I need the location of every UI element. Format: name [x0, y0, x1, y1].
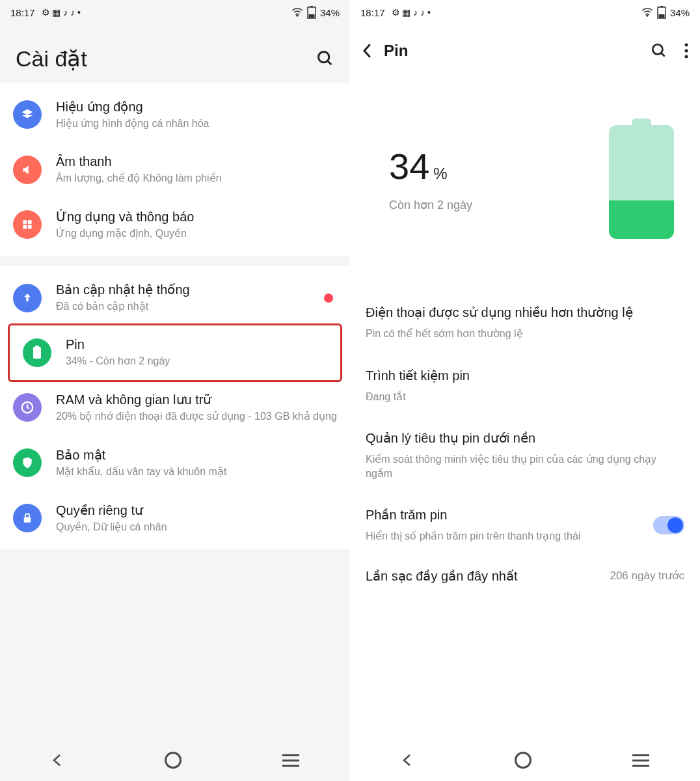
- settings-item-apps[interactable]: Ứng dụng và thông báo Ứng dụng mặc định,…: [0, 197, 350, 253]
- item-title: Quản lý tiêu thụ pin dưới nền: [366, 430, 684, 447]
- settings-item-sound[interactable]: Âm thanh Âm lượng, chế độ Không làm phiề…: [0, 143, 350, 197]
- item-sub: Đang tắt: [366, 390, 684, 404]
- item-title: Quyền riêng tư: [56, 502, 337, 518]
- back-button[interactable]: [362, 43, 372, 59]
- battery-header: Pin: [350, 25, 700, 66]
- item-sub: Âm lượng, chế độ Không làm phiền: [56, 172, 337, 185]
- item-sub: 20% bộ nhớ điện thoại đã được sử dụng - …: [56, 410, 337, 424]
- item-title: Trình tiết kiệm pin: [366, 367, 684, 385]
- toggle-percent[interactable]: [653, 516, 684, 534]
- svg-rect-12: [24, 517, 31, 522]
- more-icon[interactable]: [684, 42, 688, 59]
- battery-summary: 34% Còn hơn 2 ngày: [350, 66, 700, 291]
- settings-item-battery[interactable]: Pin 34% - Còn hơn 2 ngày: [10, 325, 340, 380]
- page-title: Pin: [384, 42, 408, 60]
- item-title: Hiệu ứng động: [56, 99, 337, 115]
- battery-item-saver[interactable]: Trình tiết kiệm pin Đang tắt: [350, 354, 700, 417]
- settings-screen: 18:17 ⚙ ▦ ♪ ♪ • 34% Cài đặt Hiệu: [0, 0, 350, 781]
- page-title: Cài đặt: [16, 46, 87, 72]
- item-title: Bảo mật: [56, 447, 337, 463]
- item-sub: Ứng dụng mặc định, Quyền: [56, 227, 337, 241]
- settings-item-animation[interactable]: Hiệu ứng động Hiệu ứng hình động cá nhân…: [0, 87, 350, 143]
- lock-icon: [13, 504, 42, 532]
- nav-home-button[interactable]: [515, 752, 532, 769]
- highlight-annotation: Pin 34% - Còn hơn 2 ngày: [8, 323, 342, 382]
- item-title: RAM và không gian lưu trữ: [56, 392, 337, 407]
- settings-item-security[interactable]: Bảo mật Mật khẩu, dấu vân tay và khuôn m…: [0, 435, 350, 491]
- settings-list[interactable]: Hiệu ứng động Hiệu ứng hình động cá nhân…: [0, 83, 350, 781]
- svg-rect-5: [23, 220, 27, 224]
- battery-graphic: [609, 118, 674, 239]
- battery-screen: 18:17 ⚙ ▦ ♪ ♪ • 34% Pin: [350, 0, 700, 781]
- svg-point-3: [319, 52, 329, 62]
- battery-icon: [307, 6, 316, 19]
- item-sub: Hiệu ứng hình động cá nhân hóa: [56, 117, 337, 131]
- item-title: Lần sạc đầy gần đây nhất: [366, 568, 517, 584]
- shield-icon: [13, 448, 42, 477]
- item-title: Điện thoại được sử dụng nhiều hơn thường…: [366, 304, 684, 322]
- battery-item-background[interactable]: Quản lý tiêu thụ pin dưới nền Kiểm soát …: [350, 417, 700, 493]
- status-left-icons: ⚙ ▦ ♪ ♪ •: [392, 7, 431, 18]
- item-sub: Mật khẩu, dấu vân tay và khuôn mặt: [56, 465, 337, 479]
- svg-rect-8: [28, 225, 32, 229]
- svg-rect-10: [33, 347, 41, 359]
- search-icon[interactable]: [651, 42, 667, 59]
- item-sub: Kiểm soát thông minh việc tiêu thụ pin c…: [366, 452, 684, 480]
- item-sub: Quyền, Dữ liệu cá nhân: [56, 521, 337, 534]
- status-time: 18:17: [360, 7, 385, 18]
- clock-icon: [13, 393, 42, 422]
- item-title: Phần trăm pin: [366, 506, 580, 524]
- nav-back-button[interactable]: [401, 754, 414, 767]
- svg-rect-2: [308, 14, 314, 18]
- notification-badge: [324, 294, 333, 303]
- svg-point-18: [685, 44, 688, 47]
- battery-item-last-charge[interactable]: Lần sạc đầy gần đây nhất 206 ngày trước: [350, 556, 700, 596]
- svg-point-20: [685, 55, 688, 59]
- update-icon: [13, 284, 42, 312]
- speaker-icon: [13, 156, 42, 184]
- item-title: Âm thanh: [56, 154, 337, 169]
- status-battery-text: 34%: [320, 7, 340, 18]
- svg-line-17: [661, 53, 664, 56]
- item-sub: Hiển thị số phần trăm pin trên thanh trạ…: [366, 529, 580, 543]
- settings-item-update[interactable]: Bản cập nhật hệ thống Đã có bản cập nhật: [0, 270, 350, 325]
- item-value: 206 ngày trước: [610, 569, 684, 582]
- nav-home-button[interactable]: [165, 752, 182, 769]
- item-title: Pin: [66, 337, 327, 352]
- nav-bar: [350, 739, 700, 781]
- wifi-icon: [291, 8, 303, 17]
- status-bar: 18:17 ⚙ ▦ ♪ ♪ • 34%: [350, 0, 700, 25]
- apps-icon: [13, 210, 42, 239]
- percent-sign: %: [433, 165, 447, 182]
- item-sub: 34% - Còn hơn 2 ngày: [66, 355, 327, 368]
- svg-rect-7: [23, 225, 27, 229]
- svg-line-4: [328, 61, 332, 65]
- search-icon[interactable]: [316, 49, 334, 68]
- svg-rect-15: [658, 14, 664, 18]
- settings-item-storage[interactable]: RAM và không gian lưu trữ 20% bộ nhớ điệ…: [0, 380, 350, 435]
- nav-recent-button[interactable]: [282, 754, 299, 767]
- svg-point-16: [653, 44, 662, 54]
- nav-bar: [0, 739, 350, 781]
- nav-back-button[interactable]: [51, 754, 64, 767]
- status-left-icons: ⚙ ▦ ♪ ♪ •: [42, 7, 81, 18]
- svg-rect-9: [35, 346, 39, 347]
- battery-icon: [657, 6, 666, 19]
- battery-item-percent[interactable]: Phần trăm pin Hiển thị số phần trăm pin …: [350, 493, 700, 556]
- battery-item-usage-warning[interactable]: Điện thoại được sử dụng nhiều hơn thường…: [350, 291, 700, 354]
- status-bar: 18:17 ⚙ ▦ ♪ ♪ • 34%: [0, 0, 350, 25]
- layers-icon: [13, 100, 42, 129]
- settings-header: Cài đặt: [0, 25, 350, 83]
- settings-item-privacy[interactable]: Quyền riêng tư Quyền, Dữ liệu cá nhân: [0, 491, 350, 546]
- battery-options-list[interactable]: Điện thoại được sử dụng nhiều hơn thường…: [350, 291, 700, 781]
- item-sub: Đã có bản cập nhật: [56, 300, 310, 314]
- wifi-icon: [641, 8, 653, 17]
- battery-icon: [23, 338, 51, 367]
- settings-group-1: Hiệu ứng động Hiệu ứng hình động cá nhân…: [0, 83, 350, 256]
- battery-estimate: Còn hơn 2 ngày: [389, 198, 472, 212]
- battery-percent: 34: [389, 146, 429, 187]
- svg-point-19: [685, 49, 688, 53]
- nav-recent-button[interactable]: [632, 754, 649, 767]
- item-sub: Pin có thể hết sớm hơn thường lệ: [366, 327, 684, 341]
- item-title: Ứng dụng và thông báo: [56, 209, 337, 225]
